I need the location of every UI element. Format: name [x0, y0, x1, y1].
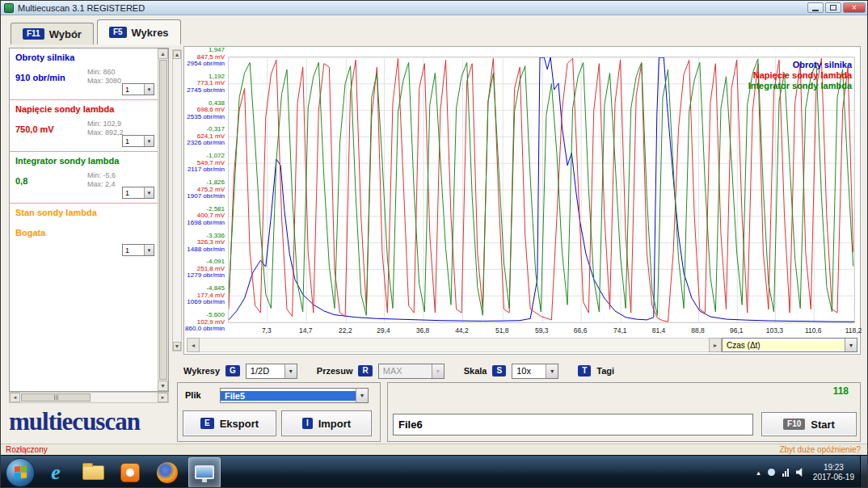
param-lambda-voltage: Napięcie sondy lambda 750,0 mV Min: 102,…: [10, 100, 158, 152]
skala-select[interactable]: 10x ▾: [512, 364, 558, 379]
param-graph-select[interactable]: 1 ▾: [122, 244, 154, 256]
chevron-down-icon[interactable]: ▾: [144, 187, 154, 198]
import-button[interactable]: I Import: [281, 410, 372, 436]
scrollbar-thumb[interactable]: [159, 60, 167, 380]
panel-horizontal-scrollbar[interactable]: ◂ ▸: [9, 392, 169, 403]
eksport-button[interactable]: E Eksport: [183, 410, 276, 436]
scroll-up-icon[interactable]: ▲: [158, 48, 168, 59]
scroll-down-icon[interactable]: ▼: [158, 381, 168, 391]
volume-icon[interactable]: [796, 468, 806, 477]
x-axis-tick-label: 51,8: [490, 326, 514, 334]
chevron-down-icon: ▾: [432, 364, 444, 378]
param-graph-select[interactable]: 1 ▾: [122, 187, 154, 199]
close-button[interactable]: ×: [843, 2, 866, 13]
chevron-down-icon[interactable]: ▾: [845, 339, 857, 351]
record-panel: 118 F10 Start: [387, 382, 861, 442]
param-min: Min: 860: [87, 68, 121, 77]
chart-area: 1,947847,5 mV2954 obr/min1,192773,1 mV27…: [183, 46, 861, 355]
panel-vertical-scrollbar[interactable]: ▲ ▼: [158, 48, 168, 391]
tab-wybor[interactable]: F11 Wybór: [11, 23, 94, 44]
chevron-down-icon[interactable]: ▾: [144, 84, 154, 95]
tray-status-icon[interactable]: [768, 469, 775, 476]
param-value: 0,8: [15, 176, 27, 186]
parameter-list: Obroty silnika 910 obr/min Min: 860 Max:…: [10, 48, 158, 391]
system-tray: ▴ 19:23 2017-06-19: [756, 463, 854, 482]
x-axis-tick-label: 88,8: [685, 326, 710, 334]
y-axis-tick-label: 2535 obr/min: [187, 114, 225, 121]
tab-wykres[interactable]: F5 Wykres: [97, 19, 181, 44]
y-axis-label-group: 1,947847,5 mV2954 obr/min: [187, 47, 225, 68]
chevron-down-icon[interactable]: ▾: [144, 136, 154, 146]
start-button-orb[interactable]: [6, 458, 35, 487]
taskbar-clock[interactable]: 19:23 2017-06-19: [813, 463, 854, 482]
scroll-right-icon[interactable]: ▸: [709, 338, 722, 352]
firefox-icon[interactable]: [151, 457, 183, 488]
legend-lambda-integrator: Integrator sondy lambda: [748, 81, 852, 91]
chevron-down-icon[interactable]: ▾: [546, 364, 558, 378]
chart-controls: Wykresy G 1/2D ▾ Przesuw R MAX ▾ Skala S…: [183, 362, 861, 380]
record-filename-input[interactable]: [393, 414, 753, 435]
maximize-button[interactable]: [825, 2, 841, 13]
media-player-icon[interactable]: [114, 457, 146, 488]
show-desktop-button[interactable]: [860, 456, 868, 488]
param-value: Bogata: [15, 228, 45, 238]
scroll-left-icon[interactable]: ◂: [187, 338, 200, 352]
param-graph-select[interactable]: 1 ▾: [122, 135, 154, 147]
chevron-down-icon[interactable]: ▾: [356, 389, 368, 402]
network-icon[interactable]: [782, 468, 789, 477]
param-name: Stan sondy lambda: [15, 208, 97, 217]
scrollbar-thumb[interactable]: [21, 393, 91, 402]
application-window: Multiecuscan 3.1 REGISTERED × F11 Wybór …: [0, 0, 868, 488]
scroll-up-icon[interactable]: ▲: [173, 50, 181, 59]
param-minmax: Min: 102,9 Max: 892,2: [87, 120, 124, 137]
multiecuscan-taskbar-icon[interactable]: [188, 457, 221, 488]
scrollbar-track[interactable]: [200, 338, 709, 352]
plot-area[interactable]: [228, 57, 855, 323]
start-button[interactable]: F10 Start: [761, 412, 857, 436]
scroll-right-icon[interactable]: ▸: [158, 393, 168, 402]
series-integrator-sondy-lambda: [229, 59, 853, 315]
y-axis-labels: 1,947847,5 mV2954 obr/min1,192773,1 mV27…: [186, 57, 226, 323]
tab-wybor-label: Wybór: [49, 28, 82, 40]
file-explorer-icon[interactable]: [77, 457, 109, 488]
wykresy-select[interactable]: 1/2D ▾: [246, 364, 297, 379]
x-axis-mode-select[interactable]: Czas (Δt) ▾: [722, 338, 857, 352]
app-icon: [4, 3, 14, 13]
legend-engine-rpm: Obroty silnika: [748, 60, 852, 70]
x-axis-tick-label: 14,7: [293, 326, 318, 334]
param-name: Integrator sondy lambda: [15, 156, 119, 166]
y-axis-label-group: -2,581400,7 mV1698 obr/min: [187, 206, 225, 227]
windows-logo-icon: [15, 465, 27, 478]
param-graph-select-value: 1: [123, 189, 144, 197]
x-axis-tick-label: 118,2: [841, 326, 866, 334]
param-min: Min: -5,6: [87, 171, 116, 180]
y-axis-label-group: -1,826475,2 mV1907 obr/min: [187, 179, 225, 200]
chevron-down-icon[interactable]: ▾: [284, 364, 297, 378]
param-graph-select-value: 1: [123, 137, 144, 145]
x-axis-tick-label: 29,4: [372, 326, 396, 334]
sample-counter: 118: [833, 385, 849, 397]
file-select[interactable]: File5 ▾: [220, 388, 369, 403]
chevron-down-icon[interactable]: ▾: [144, 245, 154, 255]
title-bar[interactable]: Multiecuscan 3.1 REGISTERED ×: [1, 1, 868, 15]
scroll-left-icon[interactable]: ◂: [10, 393, 20, 402]
param-graph-select[interactable]: 1 ▾: [122, 83, 154, 95]
plik-label: Plik: [185, 390, 201, 400]
x-axis-tick-label: 66,6: [568, 326, 592, 334]
skala-select-value: 10x: [512, 366, 546, 376]
chart-legend: Obroty silnika Napięcie sondy lambda Int…: [748, 60, 852, 91]
chart-plot-svg: [229, 57, 854, 322]
chart-vertical-scrollbar[interactable]: ▲ ▼: [172, 49, 182, 351]
param-engine-rpm: Obroty silnika 910 obr/min Min: 860 Max:…: [10, 48, 158, 100]
window-controls: ×: [807, 2, 866, 13]
tray-expand-icon[interactable]: ▴: [756, 469, 761, 477]
x-axis-labels: 7,314,722,229,436,844,251,859,366,674,18…: [228, 326, 855, 336]
scroll-down-icon[interactable]: ▼: [173, 342, 181, 351]
param-value: 910 obr/min: [15, 73, 65, 82]
y-axis-tick-label: 1488 obr/min: [187, 246, 225, 254]
y-axis-tick-label: 2117 obr/min: [188, 166, 225, 174]
minimize-button[interactable]: [807, 2, 824, 13]
internet-explorer-icon[interactable]: e: [40, 457, 72, 488]
param-name: Obroty silnika: [15, 53, 74, 62]
x-axis-tick-label: 74,1: [608, 326, 632, 334]
